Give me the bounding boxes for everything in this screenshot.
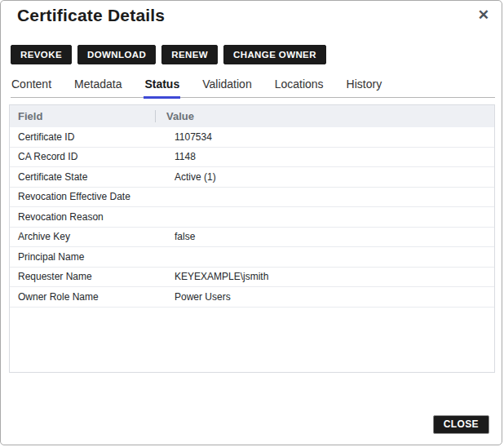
download-button[interactable]: DOWNLOAD — [77, 45, 156, 64]
change-owner-button[interactable]: CHANGE OWNER — [223, 45, 326, 64]
value-cell: KEYEXAMPLE\jsmith — [164, 271, 268, 282]
field-cell: CA Record ID — [10, 151, 164, 162]
field-cell: Owner Role Name — [10, 291, 164, 303]
table-row: Archive Key false — [10, 228, 494, 248]
tab-metadata[interactable]: Metadata — [73, 74, 122, 99]
tab-history[interactable]: History — [346, 74, 383, 99]
revoke-button[interactable]: REVOKE — [11, 45, 72, 64]
table-row: Revocation Reason — [10, 207, 494, 228]
value-cell: Active (1) — [164, 171, 216, 183]
table-body: Certificate ID 1107534 CA Record ID 1148… — [10, 127, 494, 308]
status-table: Field Value Certificate ID 1107534 CA Re… — [9, 104, 495, 373]
table-row: Requester Name KEYEXAMPLE\jsmith — [10, 268, 494, 288]
field-cell: Certificate ID — [10, 131, 164, 143]
action-button-row: REVOKEDOWNLOADRENEWCHANGE OWNER — [11, 45, 326, 64]
tab-bar: ContentMetadataStatusValidationLocations… — [11, 74, 495, 98]
tab-content[interactable]: Content — [11, 74, 52, 99]
tab-locations[interactable]: Locations — [274, 74, 325, 99]
field-cell: Requester Name — [10, 271, 164, 282]
renew-button[interactable]: RENEW — [161, 45, 218, 64]
close-button[interactable]: CLOSE — [433, 415, 489, 434]
value-cell: false — [164, 231, 195, 242]
table-row: Certificate State Active (1) — [10, 167, 494, 188]
field-cell: Certificate State — [10, 171, 164, 183]
tab-validation[interactable]: Validation — [201, 74, 252, 99]
field-cell: Archive Key — [10, 231, 164, 242]
table-row: Owner Role Name Power Users — [10, 287, 494, 308]
value-cell: Power Users — [164, 291, 231, 303]
table-row: CA Record ID 1148 — [10, 148, 494, 168]
dialog-title: Certificate Details — [17, 6, 165, 25]
table-row: Principal Name — [10, 247, 494, 268]
table-row: Certificate ID 1107534 — [10, 127, 494, 148]
value-column-header: Value — [156, 110, 194, 122]
field-cell: Revocation Effective Date — [10, 191, 164, 202]
value-cell: 1148 — [164, 151, 196, 162]
field-cell: Revocation Reason — [10, 211, 164, 223]
table-row: Revocation Effective Date — [10, 188, 494, 208]
certificate-details-dialog: Certificate Details ✕ REVOKEDOWNLOADRENE… — [0, 0, 502, 445]
field-cell: Principal Name — [10, 251, 164, 263]
value-cell: 1107534 — [164, 131, 212, 143]
close-icon[interactable]: ✕ — [478, 7, 489, 24]
table-header-row: Field Value — [10, 105, 494, 127]
field-column-header: Field — [10, 110, 155, 122]
tab-status[interactable]: Status — [144, 74, 180, 99]
